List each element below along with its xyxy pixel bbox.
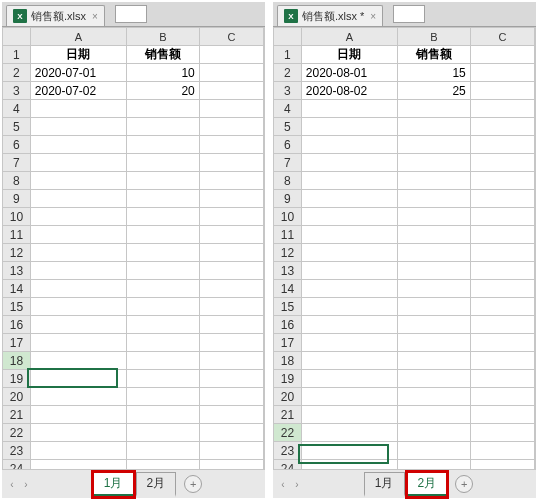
cell-C6[interactable] bbox=[470, 136, 534, 154]
row-header-20[interactable]: 20 bbox=[274, 388, 302, 406]
col-header-C[interactable]: C bbox=[470, 28, 534, 46]
cell-C13[interactable] bbox=[199, 262, 263, 280]
cell-C9[interactable] bbox=[199, 190, 263, 208]
row-header-21[interactable]: 21 bbox=[3, 406, 31, 424]
row-header-10[interactable]: 10 bbox=[3, 208, 31, 226]
select-all-corner[interactable] bbox=[3, 28, 31, 46]
close-icon[interactable]: × bbox=[370, 11, 376, 22]
row-header-11[interactable]: 11 bbox=[274, 226, 302, 244]
cell-C22[interactable] bbox=[199, 424, 263, 442]
cell-A3[interactable]: 2020-08-02 bbox=[301, 82, 397, 100]
cell-B18[interactable] bbox=[127, 352, 200, 370]
cell-A9[interactable] bbox=[30, 190, 126, 208]
cell-C23[interactable] bbox=[470, 442, 534, 460]
cell-A17[interactable] bbox=[30, 334, 126, 352]
cell-C1[interactable] bbox=[199, 46, 263, 64]
cell-A14[interactable] bbox=[301, 280, 397, 298]
cell-C5[interactable] bbox=[199, 118, 263, 136]
row-header-9[interactable]: 9 bbox=[274, 190, 302, 208]
row-header-4[interactable]: 4 bbox=[3, 100, 31, 118]
cell-C7[interactable] bbox=[199, 154, 263, 172]
row-header-16[interactable]: 16 bbox=[3, 316, 31, 334]
cell-C1[interactable] bbox=[470, 46, 534, 64]
row-header-9[interactable]: 9 bbox=[3, 190, 31, 208]
row-header-6[interactable]: 6 bbox=[274, 136, 302, 154]
file-tab[interactable]: X销售额.xlsx *× bbox=[277, 5, 383, 26]
row-header-24[interactable]: 24 bbox=[3, 460, 31, 470]
cell-B3[interactable]: 25 bbox=[398, 82, 471, 100]
cell-B18[interactable] bbox=[398, 352, 471, 370]
cell-A8[interactable] bbox=[30, 172, 126, 190]
cell-B16[interactable] bbox=[127, 316, 200, 334]
cell-C24[interactable] bbox=[199, 460, 263, 470]
cell-A19[interactable] bbox=[30, 370, 126, 388]
cell-A2[interactable]: 2020-08-01 bbox=[301, 64, 397, 82]
sheet-nav-prev[interactable]: ‹ bbox=[277, 475, 289, 493]
sheet-nav-next[interactable]: › bbox=[20, 475, 32, 493]
cell-A4[interactable] bbox=[30, 100, 126, 118]
row-header-24[interactable]: 24 bbox=[274, 460, 302, 470]
row-header-2[interactable]: 2 bbox=[274, 64, 302, 82]
cell-A23[interactable] bbox=[30, 442, 126, 460]
cell-A20[interactable] bbox=[30, 388, 126, 406]
cell-A24[interactable] bbox=[30, 460, 126, 470]
cell-B6[interactable] bbox=[127, 136, 200, 154]
cell-C13[interactable] bbox=[470, 262, 534, 280]
cell-C6[interactable] bbox=[199, 136, 263, 154]
row-header-15[interactable]: 15 bbox=[3, 298, 31, 316]
row-header-3[interactable]: 3 bbox=[274, 82, 302, 100]
cell-C21[interactable] bbox=[470, 406, 534, 424]
cell-B23[interactable] bbox=[398, 442, 471, 460]
cell-A22[interactable] bbox=[30, 424, 126, 442]
cell-C8[interactable] bbox=[199, 172, 263, 190]
cell-B24[interactable] bbox=[127, 460, 200, 470]
sheet-area[interactable]: ABC1日期销售额22020-07-011032020-07-022045678… bbox=[2, 27, 265, 469]
cell-A13[interactable] bbox=[30, 262, 126, 280]
cell-C10[interactable] bbox=[470, 208, 534, 226]
cell-C15[interactable] bbox=[470, 298, 534, 316]
cell-B9[interactable] bbox=[398, 190, 471, 208]
cell-B20[interactable] bbox=[127, 388, 200, 406]
cell-A3[interactable]: 2020-07-02 bbox=[30, 82, 126, 100]
cell-B24[interactable] bbox=[398, 460, 471, 470]
row-header-12[interactable]: 12 bbox=[274, 244, 302, 262]
cell-C4[interactable] bbox=[199, 100, 263, 118]
row-header-7[interactable]: 7 bbox=[274, 154, 302, 172]
row-header-19[interactable]: 19 bbox=[3, 370, 31, 388]
cell-B5[interactable] bbox=[127, 118, 200, 136]
cell-A13[interactable] bbox=[301, 262, 397, 280]
cell-C22[interactable] bbox=[470, 424, 534, 442]
select-all-corner[interactable] bbox=[274, 28, 302, 46]
col-header-A[interactable]: A bbox=[30, 28, 126, 46]
row-header-10[interactable]: 10 bbox=[274, 208, 302, 226]
cell-C17[interactable] bbox=[199, 334, 263, 352]
cell-B17[interactable] bbox=[398, 334, 471, 352]
cell-A6[interactable] bbox=[30, 136, 126, 154]
cell-B4[interactable] bbox=[127, 100, 200, 118]
cell-B14[interactable] bbox=[398, 280, 471, 298]
row-header-18[interactable]: 18 bbox=[274, 352, 302, 370]
cell-C20[interactable] bbox=[470, 388, 534, 406]
cell-B5[interactable] bbox=[398, 118, 471, 136]
cell-B13[interactable] bbox=[127, 262, 200, 280]
cell-A20[interactable] bbox=[301, 388, 397, 406]
cell-A5[interactable] bbox=[30, 118, 126, 136]
col-header-A[interactable]: A bbox=[301, 28, 397, 46]
cell-A23[interactable] bbox=[301, 442, 397, 460]
cell-B14[interactable] bbox=[127, 280, 200, 298]
cell-B2[interactable]: 15 bbox=[398, 64, 471, 82]
cell-C4[interactable] bbox=[470, 100, 534, 118]
cell-B15[interactable] bbox=[127, 298, 200, 316]
row-header-14[interactable]: 14 bbox=[3, 280, 31, 298]
cell-C2[interactable] bbox=[470, 64, 534, 82]
cell-A12[interactable] bbox=[30, 244, 126, 262]
cell-B21[interactable] bbox=[127, 406, 200, 424]
row-header-21[interactable]: 21 bbox=[274, 406, 302, 424]
close-icon[interactable]: × bbox=[92, 11, 98, 22]
cell-B19[interactable] bbox=[127, 370, 200, 388]
cell-A10[interactable] bbox=[301, 208, 397, 226]
cell-A19[interactable] bbox=[301, 370, 397, 388]
row-header-3[interactable]: 3 bbox=[3, 82, 31, 100]
cell-A2[interactable]: 2020-07-01 bbox=[30, 64, 126, 82]
row-header-23[interactable]: 23 bbox=[274, 442, 302, 460]
